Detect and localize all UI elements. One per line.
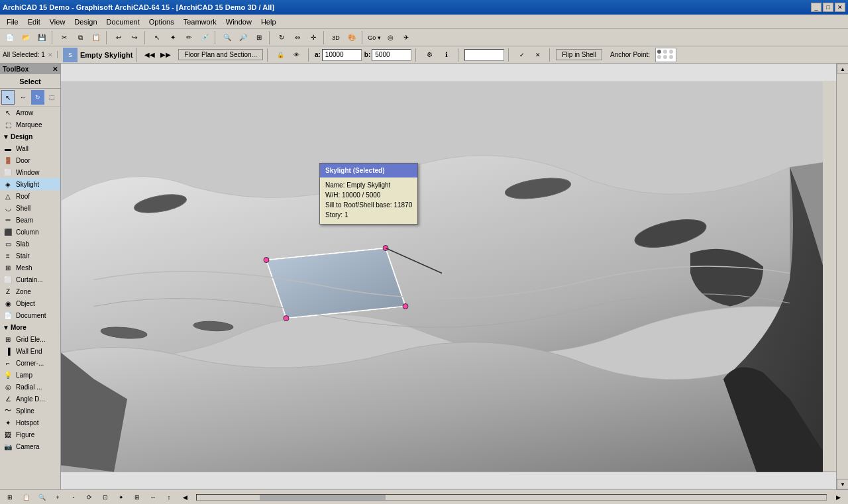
zoom-fit-button[interactable]: ⊞ [252, 30, 266, 45]
close-selection-icon[interactable]: ✕ [48, 52, 53, 58]
rotate-small-button[interactable]: ↻ [31, 90, 44, 105]
tool-spline[interactable]: 〜 Spline [0, 405, 60, 417]
mirror-button[interactable]: ⇔ [290, 30, 305, 45]
pencil-button[interactable]: ✏ [182, 30, 196, 45]
scroll-track[interactable] [837, 74, 848, 479]
bottom-btn-3[interactable]: 🔍 [34, 490, 49, 505]
tool-shell[interactable]: ◡ Shell [0, 202, 60, 214]
scroll-up-button[interactable]: ▲ [837, 64, 848, 74]
right-scrollbar[interactable]: ▲ ▼ [836, 64, 848, 489]
tool-column[interactable]: ⬛ Column [0, 226, 60, 238]
viewport[interactable]: Skylight (Selected) Name: Empty Skylight… [61, 64, 836, 489]
prev-skylight-button[interactable]: ◀◀ [142, 48, 157, 62]
maximize-button[interactable]: □ [823, 3, 833, 12]
tool-grid-ele[interactable]: ⊞ Grid Ele... [0, 333, 60, 345]
tool-wall-end[interactable]: ▐ Wall End [0, 345, 60, 357]
toolbox-close-icon[interactable]: ✕ [52, 66, 58, 73]
paste-button[interactable]: 📋 [89, 30, 103, 45]
tool-door[interactable]: 🚪 Door [0, 154, 60, 166]
tool-figure[interactable]: 🖼 Figure [0, 428, 60, 440]
bottom-btn-1[interactable]: ⊞ [3, 490, 17, 505]
magic-wand-button[interactable]: ✦ [166, 30, 180, 45]
b-value-field[interactable] [372, 49, 411, 61]
menu-file[interactable]: File [3, 17, 23, 27]
undo-button[interactable]: ↩ [111, 30, 126, 45]
minimize-button[interactable]: _ [811, 3, 822, 12]
render-button[interactable]: 🎨 [344, 30, 359, 45]
tool-beam[interactable]: ═ Beam [0, 214, 60, 226]
tool-marquee[interactable]: ⬚ Marquee [0, 119, 60, 130]
info-button[interactable]: ℹ [439, 48, 454, 62]
tool-camera[interactable]: 📷 Camera [0, 440, 60, 452]
decline-button[interactable]: ✕ [531, 48, 545, 62]
tool-window[interactable]: ⬜ Window [0, 166, 60, 178]
3d-view-button[interactable]: 3D [329, 30, 343, 45]
save-button[interactable]: 💾 [34, 30, 49, 45]
bottom-btn-12[interactable]: ◀ [178, 490, 192, 505]
tool-wall[interactable]: ▬ Wall [0, 142, 60, 154]
go-button[interactable]: Go ▾ [367, 30, 382, 45]
lock-button[interactable]: 🔒 [274, 48, 288, 62]
anchor-ml[interactable] [657, 55, 661, 59]
tool-mesh[interactable]: ⊞ Mesh [0, 262, 60, 274]
tool-lamp[interactable]: 💡 Lamp [0, 369, 60, 381]
visible-button[interactable]: 👁 [290, 48, 304, 62]
numeric-field[interactable]: 11870 [464, 49, 504, 61]
menu-view[interactable]: View [46, 17, 70, 27]
settings-button[interactable]: ⚙ [422, 48, 437, 62]
anchor-mr[interactable] [669, 55, 673, 59]
menu-teamwork[interactable]: Teamwork [180, 17, 221, 27]
tool-radial[interactable]: ◎ Radial ... [0, 381, 60, 393]
stretch-tool-button[interactable]: ↔ [16, 90, 29, 105]
floor-plan-section-button[interactable]: Floor Plan and Section... [178, 49, 263, 60]
tool-zone[interactable]: Z Zone [0, 285, 60, 297]
open-button[interactable]: 📂 [19, 30, 33, 45]
tool-object[interactable]: ◉ Object [0, 297, 60, 309]
design-section[interactable]: ▼ Design [0, 130, 60, 142]
scroll-down-button[interactable]: ▼ [837, 479, 848, 489]
rotate-button[interactable]: ↻ [274, 30, 289, 45]
flip-in-shell-button[interactable]: Flip in Shell [556, 49, 602, 60]
zoom-out-button[interactable]: 🔎 [236, 30, 250, 45]
bottom-btn-4[interactable]: + [50, 490, 65, 505]
zoom-in-button[interactable]: 🔍 [220, 30, 235, 45]
navigate-button[interactable]: ◎ [383, 30, 398, 45]
a-value-field[interactable] [322, 49, 362, 61]
menu-options[interactable]: Options [145, 17, 178, 27]
menu-window[interactable]: Window [222, 17, 256, 27]
accept-button[interactable]: ✓ [515, 48, 529, 62]
menu-edit[interactable]: Edit [24, 17, 44, 27]
move-button[interactable]: ✛ [306, 30, 321, 45]
menu-help[interactable]: Help [257, 17, 280, 27]
bottom-btn-7[interactable]: ⊡ [98, 490, 113, 505]
anchor-tc[interactable] [663, 50, 667, 54]
tool-hotspot[interactable]: ✦ Hotspot [0, 417, 60, 428]
fly-button[interactable]: ✈ [399, 30, 413, 45]
bottom-btn-10[interactable]: ↔ [146, 490, 160, 505]
tool-angle[interactable]: ∠ Angle D... [0, 393, 60, 405]
tool-roof[interactable]: △ Roof [0, 190, 60, 202]
bottom-btn-11[interactable]: ↕ [162, 490, 176, 505]
toolbox-select-label[interactable]: Select [0, 74, 60, 89]
tool-document[interactable]: 📄 Document [0, 309, 60, 321]
menu-design[interactable]: Design [70, 17, 101, 27]
copy-button[interactable]: ⧉ [73, 30, 87, 45]
close-button[interactable]: ✕ [835, 3, 845, 12]
eyedropper-button[interactable]: 💉 [197, 30, 212, 45]
bottom-btn-6[interactable]: ⟳ [82, 490, 97, 505]
more-section[interactable]: ▼ More [0, 321, 60, 333]
anchor-tr[interactable] [669, 50, 673, 54]
tool-slab[interactable]: ▭ Slab [0, 238, 60, 250]
bottom-btn-8[interactable]: ✦ [114, 490, 129, 505]
scroll-right-button[interactable]: ▶ [831, 490, 845, 505]
tool-corner[interactable]: ⌐ Corner-... [0, 357, 60, 369]
horizontal-scrollbar[interactable] [196, 494, 827, 501]
skylight-icon-button[interactable]: S [63, 48, 78, 62]
redo-button[interactable]: ↪ [127, 30, 142, 45]
anchor-tl[interactable] [657, 50, 661, 54]
anchor-mc[interactable] [663, 55, 667, 59]
bottom-btn-2[interactable]: 📋 [19, 490, 33, 505]
cut-button[interactable]: ✂ [57, 30, 72, 45]
marquee-small-button[interactable]: ⬚ [46, 90, 59, 105]
bottom-btn-5[interactable]: - [66, 490, 81, 505]
